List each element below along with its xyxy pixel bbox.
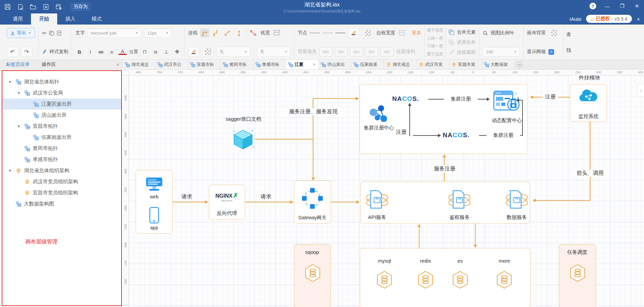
connector-straight-icon[interactable] <box>235 29 243 37</box>
tree-item[interactable]: 大数据架构图 <box>2 198 121 209</box>
tab-close-icon[interactable]: × <box>313 62 316 67</box>
text-style-swatch[interactable]: abc <box>380 47 394 56</box>
layer-action[interactable]: 上移一层 <box>427 35 443 42</box>
undo-button[interactable]: ↶ <box>7 47 18 57</box>
nacos-logo-bottom[interactable]: NACOS. <box>443 131 470 139</box>
cluster-registry-icon[interactable] <box>368 105 389 124</box>
export-button[interactable]: 导出 ▼ <box>7 28 35 38</box>
redis-db-icon[interactable] <box>417 271 434 289</box>
tree-item[interactable]: ▼ 武汉市公安局 <box>2 87 121 99</box>
document-tab[interactable]: 孝感市拓扑 <box>253 60 286 69</box>
style-copy-button[interactable]: 样式复制 <box>42 46 68 57</box>
service-register-discover-label[interactable]: 服务注册、服务发现 <box>280 108 347 115</box>
database-settings-icon[interactable] <box>55 3 63 11</box>
tree-item[interactable]: 黄冈市拓扑 <box>2 143 121 154</box>
sqoop-label[interactable]: sqoop <box>294 249 330 255</box>
rotate-button[interactable]: ⟂ <box>162 49 170 55</box>
distribute-button[interactable]: ⧈ <box>151 49 160 55</box>
text-style-swatch[interactable]: abc <box>335 47 348 56</box>
font-color-button[interactable]: A <box>118 49 127 55</box>
dashed-line-sample[interactable] <box>310 33 320 33</box>
request2-label[interactable]: 请求 <box>259 193 273 200</box>
cut-icon[interactable]: ✂ <box>42 30 46 36</box>
sqoop-box[interactable]: sqoop <box>294 244 331 307</box>
close-icon[interactable]: ✕ <box>633 3 641 9</box>
expand-arrow-icon[interactable]: ▼ <box>8 169 16 172</box>
web-label[interactable]: web <box>137 194 171 199</box>
paste-icon[interactable] <box>57 31 61 36</box>
databases-box[interactable]: mysql redis es more <box>360 248 531 307</box>
document-tab[interactable]: 大数据架构 <box>482 60 515 69</box>
data-service-icon[interactable] <box>505 187 529 212</box>
text-style-swatch[interactable]: abc <box>365 47 378 56</box>
zoom-select[interactable]: 100▼ <box>483 47 520 56</box>
font-size-select[interactable]: 12px▼ <box>144 29 172 38</box>
gateway-icon[interactable] <box>301 187 324 209</box>
save-as-button[interactable]: 另存为 <box>70 2 91 11</box>
line-color-button[interactable] <box>188 47 200 57</box>
help-icon[interactable]: ? <box>589 3 596 9</box>
text-style-swatch[interactable]: abc <box>319 47 332 56</box>
mysql-db-icon[interactable] <box>376 271 393 289</box>
mysql-label[interactable]: mysql <box>371 258 398 264</box>
nacos-logo-top[interactable]: NACOS. <box>392 95 419 103</box>
panel-tab-pages[interactable]: 标签页目录 <box>0 60 36 69</box>
ribbon-tab[interactable]: 通用 <box>5 13 31 25</box>
font-select[interactable]: microsoft yah▼ <box>88 29 141 38</box>
add-tab-button[interactable]: + <box>515 60 525 69</box>
find-button[interactable]: 查 找 <box>564 27 574 58</box>
tree-item[interactable]: ▼ 湖北省总体拓扑 <box>2 76 121 87</box>
unmerge-button[interactable]: 还原合并 <box>449 37 476 47</box>
auth-service-icon[interactable] <box>448 187 471 212</box>
strikethrough-button[interactable]: ab <box>97 49 105 54</box>
valign-top-button[interactable]: ⊓ <box>141 49 149 55</box>
monitor-cloud-icon[interactable] <box>578 88 599 105</box>
document-tab[interactable]: 湖北省总体 <box>123 60 156 69</box>
arrange-label[interactable]: 位置排列 <box>396 49 415 55</box>
align-button[interactable]: ≡ <box>108 49 116 55</box>
border-color-button[interactable] <box>348 28 360 38</box>
document-tab[interactable]: 宜昌市党员 <box>449 60 482 69</box>
ribbon-tab[interactable]: 开始 <box>31 13 57 25</box>
connector-elbow-icon[interactable] <box>200 29 209 37</box>
arrow-style-select[interactable]: 无▼ <box>257 47 291 57</box>
tree-item[interactable]: 伍家岗派出所 <box>2 132 121 143</box>
more-label[interactable]: more <box>491 258 518 264</box>
open-folder-icon[interactable] <box>29 3 37 11</box>
auth-service-label[interactable]: 鉴权服务 <box>443 214 476 221</box>
document-tab[interactable]: 湖北省总体 <box>384 60 417 69</box>
minimize-icon[interactable]: — <box>604 3 611 9</box>
panel-tab-workspace[interactable]: 操作区 <box>36 60 62 69</box>
collapse-ribbon-icon[interactable]: ∧ <box>637 16 640 22</box>
canvas-bg-button[interactable] <box>548 28 560 38</box>
ribbon-tab[interactable]: 插入 <box>57 13 83 25</box>
dynamic-config-label[interactable]: 动态配置中心 <box>487 117 526 124</box>
task-db-icon[interactable] <box>570 264 586 282</box>
api-service-label[interactable]: API服务 <box>361 214 393 221</box>
document-tab[interactable]: 武汉市公安 <box>156 60 188 69</box>
document-tab[interactable]: 黄冈市拓扑 <box>221 60 253 69</box>
monitor-register-label[interactable]: 注册 <box>543 93 558 101</box>
tree-item[interactable]: 武汉市党员组织架构 <box>2 176 121 187</box>
document-tab[interactable]: 宜昌市拓扑 <box>188 60 221 69</box>
dotted-line-sample[interactable] <box>323 33 333 33</box>
expand-arrow-icon[interactable]: ▼ <box>17 91 25 95</box>
expand-arrow-icon[interactable]: ▼ <box>17 124 25 128</box>
border-width-icon[interactable] <box>398 30 406 37</box>
restore-icon[interactable]: ❐ <box>618 3 626 9</box>
cluster-register-bottom-label[interactable]: 集群注册 <box>486 132 520 139</box>
data-service-label[interactable]: 数据服务 <box>501 214 533 221</box>
document-tab[interactable]: 洪山派出所 <box>319 60 351 69</box>
redo-button[interactable]: ↷ <box>21 47 32 57</box>
position-button[interactable]: 位置 <box>129 49 138 55</box>
show-grid-checkbox[interactable]: ✓ <box>548 49 554 55</box>
bold-button[interactable]: B <box>75 49 83 55</box>
text-style-swatch[interactable]: abc <box>350 47 363 56</box>
app-label[interactable]: app <box>137 225 171 230</box>
line-style-select[interactable]: 无▼ <box>216 47 250 57</box>
merge-elements-button[interactable]: 合并元素 <box>449 27 476 37</box>
tree-item[interactable]: ▼ 宜昌市拓扑 <box>2 121 121 132</box>
collapse-panel-handle[interactable]: ‹ <box>637 84 644 97</box>
import-icon[interactable] <box>42 3 50 11</box>
expand-arrow-icon[interactable]: ▼ <box>8 80 16 84</box>
